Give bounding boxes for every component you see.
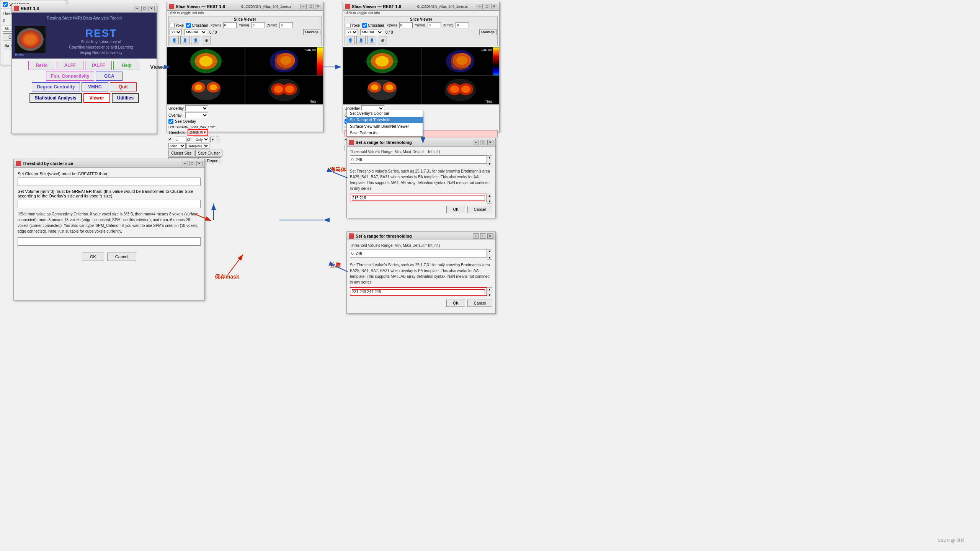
sr1-close[interactable]: ✕: [487, 140, 493, 145]
sr1-value-scroll-up[interactable]: ▲: [488, 194, 491, 197]
sv1-minimize[interactable]: –: [301, 4, 307, 9]
menu-item-surface-view[interactable]: Surface View with BrainNet Viewer: [347, 123, 423, 130]
sv1-y-input[interactable]: [252, 22, 265, 28]
sv2-hdr-info[interactable]: Click to Toggle Hdr info: [343, 11, 499, 15]
quit-btn[interactable]: Quit: [110, 82, 137, 91]
sv2-maximize[interactable]: □: [484, 4, 490, 9]
alff-btn[interactable]: ALFF: [57, 61, 83, 70]
sr2-scroll-down[interactable]: ▼: [488, 256, 491, 259]
tcs-ok-btn[interactable]: OK: [82, 253, 104, 261]
sv1-close[interactable]: ✕: [315, 4, 321, 9]
sr2-maximize[interactable]: □: [480, 233, 486, 239]
sv1-only-select[interactable]: Only: [194, 137, 209, 142]
rest-buttons-panel: ReHo ALFF fALFF Help Fun. Connectivity G…: [12, 59, 157, 107]
sv1-yoke-check[interactable]: Yoke: [170, 23, 184, 28]
sr1-value-input[interactable]: [352, 196, 485, 201]
sr2-value-scroll-up[interactable]: ▲: [488, 288, 491, 291]
sv1-minus-btn[interactable]: -: [216, 137, 220, 142]
sv2-x-input[interactable]: [399, 22, 413, 28]
sv1-mni-select[interactable]: MNI/Tal..: [184, 29, 207, 35]
tcs-cancel-btn[interactable]: Cancel: [107, 253, 136, 261]
rest-close-btn[interactable]: ✕: [149, 6, 155, 11]
menu-item-color-bar[interactable]: Set Overlay's Color bar: [347, 110, 423, 117]
sr2-ok-btn[interactable]: OK: [446, 300, 465, 307]
sv2-mni-select[interactable]: MNI/Tal..: [360, 29, 383, 35]
sv2-yoke-checkbox[interactable]: [346, 23, 351, 28]
sv1-p-input[interactable]: [175, 137, 186, 142]
sv1-see-overlay-check[interactable]: [168, 119, 173, 124]
sr1-scroll-up[interactable]: ▲: [488, 156, 491, 159]
sv1-template-select[interactable]: Template: [186, 143, 209, 149]
sv1-cluster-size-btn[interactable]: Cluster Size: [168, 150, 194, 156]
sv1-icon4[interactable]: ⚙: [202, 36, 211, 44]
tcs-val2-input[interactable]: 0: [18, 200, 201, 208]
tcs-maximize[interactable]: □: [189, 161, 195, 166]
sr1-scroll-down[interactable]: ▼: [488, 162, 491, 166]
utilities-btn[interactable]: Utilities: [112, 93, 139, 103]
sv2-y-input[interactable]: [428, 22, 441, 28]
sv1-montage-btn[interactable]: Montage: [303, 29, 320, 35]
menu-item-set-range[interactable]: Set Range of Threshold: [347, 117, 423, 123]
sv2-icon4[interactable]: ⚙: [378, 36, 387, 44]
sr1-ok-btn[interactable]: OK: [446, 206, 465, 213]
degree-centrality-btn[interactable]: Degree Centrality: [32, 82, 80, 91]
sr1-minimize[interactable]: –: [473, 140, 479, 145]
viewer-btn[interactable]: Viewer: [83, 93, 110, 103]
sv2-close[interactable]: ✕: [491, 4, 497, 9]
sv2-yoke-check[interactable]: Yoke: [346, 23, 360, 28]
sv1-save-cluster-btn[interactable]: Save Cluster: [195, 150, 222, 156]
menu-item-save-pattern[interactable]: Save Pattern As: [347, 130, 423, 136]
sv1-misc-select[interactable]: Misc: [168, 143, 186, 149]
sv1-icon2[interactable]: 👤: [180, 36, 189, 44]
sr2-range-input[interactable]: [351, 251, 485, 256]
vmhc-btn[interactable]: VMHC: [82, 82, 108, 91]
sv2-icon2[interactable]: 👤: [356, 36, 366, 44]
sr1-range-input[interactable]: [351, 158, 485, 162]
sv2-crosshair-checkbox[interactable]: [362, 23, 367, 28]
sv1-plus-btn[interactable]: +: [210, 137, 215, 142]
sv1-hdr-info[interactable]: Click to Toggle Hdr info: [167, 11, 323, 15]
csdn-watermark: CSDN @ 道菰: [938, 538, 965, 543]
sv1-icon3[interactable]: 👤: [191, 36, 200, 44]
sr2-cancel-btn[interactable]: Cancel: [467, 300, 492, 307]
tcs-close[interactable]: ✕: [196, 161, 203, 166]
sv1-zoom-select[interactable]: x1: [170, 29, 182, 35]
so-see-overlay-check[interactable]: [3, 2, 8, 7]
sv2-crosshair-check[interactable]: Crosshair: [362, 23, 384, 28]
sv2-minimize[interactable]: –: [477, 4, 483, 9]
tcs-val1-input[interactable]: 30: [18, 178, 201, 186]
tcs-val3-input[interactable]: 5: [18, 237, 201, 246]
sv2-icon3[interactable]: 👤: [367, 36, 376, 44]
sr1-cancel-btn[interactable]: Cancel: [467, 206, 492, 213]
sv1-crosshair-check[interactable]: Crosshair: [186, 23, 208, 28]
sr1-maximize[interactable]: □: [480, 140, 486, 145]
sv2-z-input[interactable]: [456, 22, 469, 28]
sv1-underlay-select[interactable]: [185, 105, 208, 111]
help-btn[interactable]: Help: [113, 61, 140, 70]
rest-minimize-btn[interactable]: –: [134, 6, 140, 11]
sv1-yoke-checkbox[interactable]: [170, 23, 175, 28]
sv2-montage-btn[interactable]: Montage: [479, 29, 497, 35]
sv1-x-input[interactable]: [223, 22, 237, 28]
sv2-icon1[interactable]: 👤: [346, 36, 355, 44]
sr2-value-input[interactable]: [352, 289, 485, 294]
gca-btn[interactable]: GCA: [96, 72, 122, 81]
reho-btn[interactable]: ReHo: [28, 61, 55, 70]
sr2-value-scroll-down[interactable]: ▼: [488, 293, 491, 297]
tcs-minimize[interactable]: –: [182, 161, 188, 166]
statistical-analysis-btn[interactable]: Statistical Analysis: [29, 93, 82, 103]
fun-connectivity-btn[interactable]: Fun. Connectivity: [46, 72, 95, 81]
sv2-zoom-select[interactable]: x1: [346, 29, 358, 35]
sr1-series-text: Set Threshold Value's Series, such as 25…: [350, 168, 492, 191]
sr2-minimize[interactable]: –: [473, 233, 479, 239]
sv1-overlay-select[interactable]: [185, 112, 208, 118]
sr1-value-scroll-down[interactable]: ▼: [488, 200, 491, 203]
sv1-maximize[interactable]: □: [308, 4, 314, 9]
rest-maximize-btn[interactable]: □: [141, 6, 147, 11]
sv1-z-input[interactable]: [279, 22, 293, 28]
falff-btn[interactable]: fALFF: [85, 61, 112, 70]
sv1-crosshair-checkbox[interactable]: [186, 23, 191, 28]
sr2-scroll-up[interactable]: ▲: [488, 249, 491, 253]
sv1-icon1[interactable]: 👤: [170, 36, 179, 44]
sr2-close[interactable]: ✕: [487, 233, 493, 239]
